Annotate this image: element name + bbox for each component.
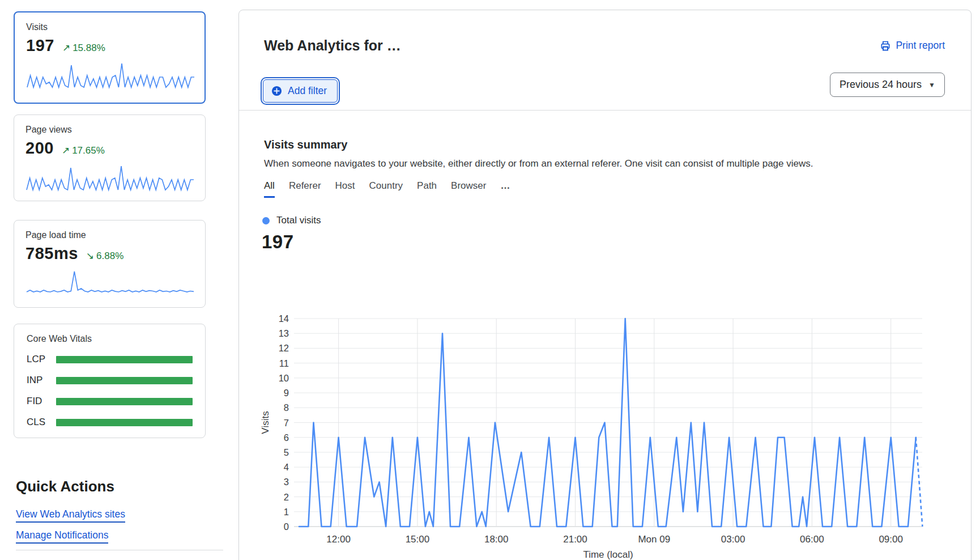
- tab-country[interactable]: Country: [369, 180, 403, 198]
- svg-text:21:00: 21:00: [563, 534, 587, 545]
- view-web-analytics-sites-link[interactable]: View Web Analytics sites: [16, 508, 125, 523]
- chevron-down-icon: ▼: [928, 81, 935, 89]
- cwv-metric-label: LCP: [27, 354, 56, 365]
- web-analytics-panel: Web Analytics for … Print report Add fil…: [238, 10, 972, 560]
- metric-value: 200: [25, 139, 54, 158]
- svg-text:4: 4: [284, 462, 289, 472]
- left-column-divider: [16, 550, 223, 550]
- metric-value: 197: [26, 36, 54, 55]
- metric-delta: ↗17.65%: [62, 145, 105, 156]
- svg-text:12: 12: [279, 343, 289, 353]
- svg-text:Mon 09: Mon 09: [638, 534, 670, 545]
- metric-delta: ↘6.88%: [86, 250, 123, 262]
- svg-text:1: 1: [284, 507, 289, 517]
- tab-more[interactable]: …: [500, 180, 511, 198]
- trend-up-icon: ↗: [62, 145, 70, 156]
- visits-sparkline: [26, 61, 195, 89]
- metric-label: Page views: [25, 125, 194, 135]
- metric-card-page-views[interactable]: Page views 200 ↗17.65%: [14, 114, 206, 201]
- svg-text:14: 14: [279, 313, 289, 324]
- add-filter-label: Add filter: [288, 85, 327, 97]
- core-web-vitals-card[interactable]: Core Web Vitals LCP INP FID CLS: [14, 324, 206, 438]
- cwv-status-bar: [56, 398, 193, 405]
- printer-icon: [880, 40, 891, 52]
- chart-legend: Total visits: [262, 215, 321, 226]
- cwv-status-bar: [56, 377, 193, 384]
- svg-text:18:00: 18:00: [484, 534, 509, 545]
- print-report-button[interactable]: Print report: [880, 40, 945, 52]
- cwv-row-cls: CLS: [27, 417, 193, 428]
- cwv-metric-label: CLS: [27, 417, 56, 428]
- svg-text:0: 0: [284, 521, 289, 532]
- tab-browser[interactable]: Browser: [451, 180, 486, 198]
- visits-summary-description: When someone navigates to your website, …: [264, 158, 887, 169]
- svg-text:11: 11: [279, 358, 289, 368]
- svg-text:2: 2: [284, 492, 289, 502]
- total-visits-value: 197: [262, 231, 294, 253]
- metric-label: Page load time: [25, 230, 194, 240]
- visits-summary-title: Visits summary: [264, 138, 348, 151]
- metric-value: 785ms: [25, 244, 78, 263]
- svg-text:7: 7: [284, 418, 289, 428]
- svg-text:3: 3: [284, 477, 289, 487]
- metric-card-page-load-time[interactable]: Page load time 785ms ↘6.88%: [14, 220, 206, 308]
- time-range-value: Previous 24 hours: [840, 79, 922, 91]
- page-title: Web Analytics for …: [264, 37, 401, 54]
- page-load-sparkline: [25, 269, 195, 297]
- cwv-metric-label: FID: [27, 396, 56, 407]
- panel-header-divider: [239, 110, 971, 111]
- svg-text:10: 10: [279, 373, 289, 383]
- svg-text:9: 9: [284, 388, 289, 398]
- summary-tabs: All Referer Host Country Path Browser …: [264, 180, 511, 198]
- svg-text:15:00: 15:00: [406, 534, 430, 545]
- svg-text:13: 13: [279, 328, 289, 338]
- trend-up-icon: ↗: [62, 43, 70, 53]
- quick-actions-title: Quick Actions: [16, 478, 114, 495]
- svg-text:5: 5: [284, 447, 289, 457]
- tab-all[interactable]: All: [264, 180, 275, 198]
- page-views-sparkline: [25, 163, 195, 192]
- cwv-row-lcp: LCP: [27, 354, 193, 365]
- svg-text:12:00: 12:00: [326, 534, 351, 545]
- manage-notifications-link[interactable]: Manage Notifications: [16, 529, 108, 544]
- add-filter-button[interactable]: Add filter: [263, 79, 338, 103]
- svg-text:03:00: 03:00: [721, 534, 745, 545]
- tab-referer[interactable]: Referer: [289, 180, 321, 198]
- legend-dot-icon: [262, 217, 270, 224]
- cwv-row-inp: INP: [27, 375, 193, 386]
- tab-host[interactable]: Host: [335, 180, 355, 198]
- print-report-label: Print report: [896, 40, 945, 52]
- svg-text:09:00: 09:00: [879, 534, 903, 545]
- cwv-status-bar: [56, 356, 193, 363]
- visits-line-chart[interactable]: 0123456789101112131412:0015:0018:0021:00…: [239, 267, 971, 560]
- metric-label: Visits: [26, 22, 193, 32]
- core-web-vitals-title: Core Web Vitals: [27, 334, 193, 344]
- time-range-dropdown[interactable]: Previous 24 hours ▼: [830, 73, 945, 97]
- legend-label: Total visits: [276, 215, 321, 226]
- svg-text:6: 6: [284, 432, 289, 443]
- plus-circle-icon: [271, 86, 282, 96]
- svg-text:Visits: Visits: [260, 411, 271, 434]
- cwv-metric-label: INP: [27, 375, 56, 386]
- metric-delta: ↗15.88%: [62, 42, 105, 54]
- svg-text:06:00: 06:00: [800, 534, 824, 545]
- tab-path[interactable]: Path: [417, 180, 437, 198]
- svg-text:Time (local): Time (local): [583, 549, 633, 560]
- trend-down-icon: ↘: [86, 251, 94, 261]
- cwv-row-fid: FID: [27, 396, 193, 407]
- metric-card-visits[interactable]: Visits 197 ↗15.88%: [14, 11, 206, 104]
- svg-text:8: 8: [284, 402, 289, 413]
- cwv-status-bar: [56, 419, 193, 426]
